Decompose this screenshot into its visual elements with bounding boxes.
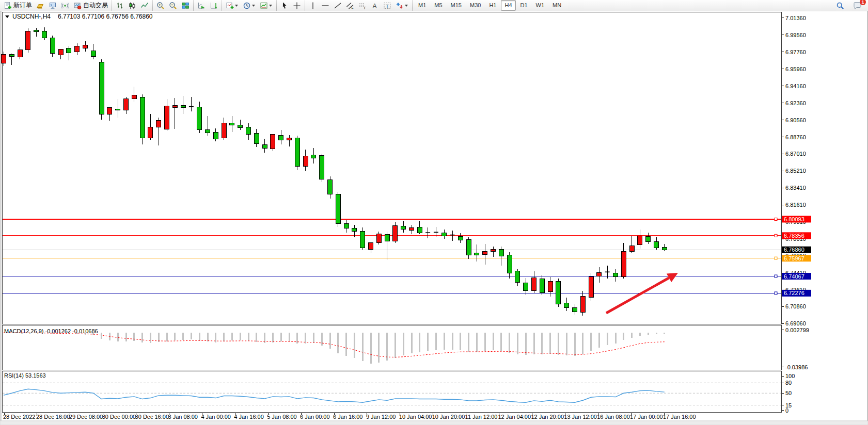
svg-text:16 Jan 08:00: 16 Jan 08:00 (597, 414, 630, 420)
svg-text:50: 50 (785, 390, 792, 396)
svg-text:6 Jan 16:00: 6 Jan 16:00 (333, 414, 363, 420)
horizontal-line-icon (321, 2, 329, 10)
chart-shift-button[interactable] (208, 0, 219, 11)
timeframe-m5-button[interactable]: M5 (431, 0, 446, 11)
indicators-button[interactable] (224, 0, 240, 11)
text-label-button[interactable]: T (382, 0, 393, 11)
svg-text:30 Dec 16:00: 30 Dec 16:00 (135, 414, 169, 420)
svg-text:-0.03986: -0.03986 (785, 364, 808, 370)
svg-text:6.87010: 6.87010 (785, 151, 806, 157)
terminal-button[interactable] (47, 0, 58, 11)
trendline-button[interactable] (332, 0, 343, 11)
arrows-caret-icon[interactable] (405, 5, 408, 7)
svg-text:6.97760: 6.97760 (785, 49, 806, 55)
clock-icon (243, 2, 251, 10)
timeframe-m1-button[interactable]: M1 (415, 0, 430, 11)
chart-title: USDCNH-,H46.77103 6.77106 6.76756 6.7686… (5, 13, 153, 20)
time-axis: 28 Dec 202228 Dec 16:0029 Dec 08:0030 De… (3, 413, 696, 420)
timeframe-w1-button[interactable]: W1 (532, 0, 548, 11)
periods-caret-icon[interactable] (252, 5, 255, 7)
svg-text:10 Jan 20:00: 10 Jan 20:00 (432, 414, 465, 420)
equidistant-channel-button[interactable]: E (344, 0, 356, 11)
svg-text:6.94160: 6.94160 (785, 83, 806, 89)
indicators-caret-icon[interactable] (235, 5, 238, 7)
svg-text:6.92360: 6.92360 (785, 100, 806, 106)
zoom-out-button[interactable] (167, 0, 179, 11)
signals-button[interactable] (59, 0, 71, 11)
svg-text:6.99560: 6.99560 (785, 32, 806, 38)
autoscroll-button[interactable] (196, 0, 207, 11)
notification-badge[interactable]: 1 (860, 0, 866, 5)
horizontal-line-button[interactable] (320, 0, 331, 11)
template-icon (260, 2, 268, 10)
zoom-in-button[interactable] (155, 0, 166, 11)
crosshair-icon (293, 2, 301, 10)
bar-chart-button[interactable] (114, 0, 125, 11)
autotrading-button[interactable]: 自动交易 (72, 0, 109, 11)
svg-text:6.78356: 6.78356 (784, 233, 804, 239)
cursor-button[interactable] (279, 0, 290, 11)
svg-text:7.01360: 7.01360 (785, 15, 806, 21)
text-button[interactable]: A (369, 0, 381, 11)
svg-text:6.76860: 6.76860 (784, 247, 804, 253)
svg-text:6.70860: 6.70860 (785, 303, 806, 309)
svg-text:F: F (364, 6, 366, 9)
tile-windows-button[interactable] (180, 0, 191, 11)
periods-button[interactable] (241, 0, 257, 11)
timeframe-d1-button[interactable]: D1 (517, 0, 531, 11)
text-label-icon: T (383, 2, 391, 10)
new-order-icon (4, 2, 12, 10)
svg-text:12 Jan 20:00: 12 Jan 20:00 (531, 414, 564, 420)
svg-text:17 Jan 16:00: 17 Jan 16:00 (663, 414, 696, 420)
gold-bar-icon (36, 2, 44, 10)
chart-window[interactable]: 7.013606.995606.977606.959606.941606.923… (0, 11, 868, 425)
broadcast-icon (61, 2, 69, 10)
mt-terminal-window: { "toolbar": { "new_order_label": "新订单",… (0, 0, 868, 425)
svg-text:11 Jan 12:00: 11 Jan 12:00 (465, 414, 498, 420)
svg-text:6.80093: 6.80093 (784, 216, 804, 222)
timeframe-h1-button[interactable]: H1 (485, 0, 500, 11)
arrows-button[interactable] (394, 0, 410, 11)
templates-caret-icon[interactable] (269, 5, 272, 7)
templates-button[interactable] (258, 0, 274, 11)
search-button[interactable] (834, 0, 846, 11)
svg-text:3 Jan 08:00: 3 Jan 08:00 (168, 414, 198, 420)
chart-canvas[interactable]: 7.013606.995606.977606.959606.941606.923… (0, 11, 868, 425)
new-order-button[interactable]: 新订单 (2, 0, 34, 11)
svg-text:5 Jan 08:00: 5 Jan 08:00 (267, 414, 297, 420)
svg-text:28 Dec 2022: 28 Dec 2022 (3, 414, 35, 420)
candlestick-chart-button[interactable] (127, 0, 138, 11)
svg-text:6.81610: 6.81610 (785, 202, 806, 208)
svg-text:80: 80 (785, 380, 792, 386)
chat-button[interactable]: 1 (851, 0, 863, 11)
svg-text:4 Jan 16:00: 4 Jan 16:00 (234, 414, 264, 420)
svg-text:12 Jan 04:00: 12 Jan 04:00 (498, 414, 531, 420)
text-a-icon: A (371, 2, 379, 10)
svg-text:9 Jan 12:00: 9 Jan 12:00 (366, 414, 396, 420)
svg-text:E: E (352, 6, 354, 9)
channel-icon: E (346, 2, 354, 10)
fibonacci-button[interactable]: F (357, 0, 368, 11)
zoom-out-icon (169, 2, 177, 10)
svg-text:A: A (373, 2, 377, 9)
tile-windows-icon (181, 2, 190, 10)
panel-frames (3, 12, 782, 413)
timeframe-m30-button[interactable]: M30 (466, 0, 484, 11)
timeframe-h4-button[interactable]: H4 (501, 0, 515, 11)
svg-text:0: 0 (785, 407, 788, 414)
vertical-line-button[interactable] (307, 0, 319, 11)
svg-text:6.88760: 6.88760 (785, 134, 806, 140)
svg-text:6.74067: 6.74067 (784, 273, 804, 280)
svg-text:6.75967: 6.75967 (784, 255, 804, 261)
timeframe-m15-button[interactable]: M15 (447, 0, 465, 11)
trendline-icon (334, 2, 342, 10)
svg-text:6.83410: 6.83410 (785, 185, 806, 191)
crosshair-button[interactable] (291, 0, 303, 11)
candlestick-icon (128, 2, 136, 10)
autotrading-label: 自动交易 (83, 1, 108, 10)
line-chart-button[interactable] (139, 0, 150, 11)
timeframe-mn-button[interactable]: MN (549, 0, 565, 11)
deposit-button[interactable] (35, 0, 46, 11)
new-order-label: 新订单 (13, 1, 32, 10)
main-toolbar: 新订单 (0, 0, 868, 11)
